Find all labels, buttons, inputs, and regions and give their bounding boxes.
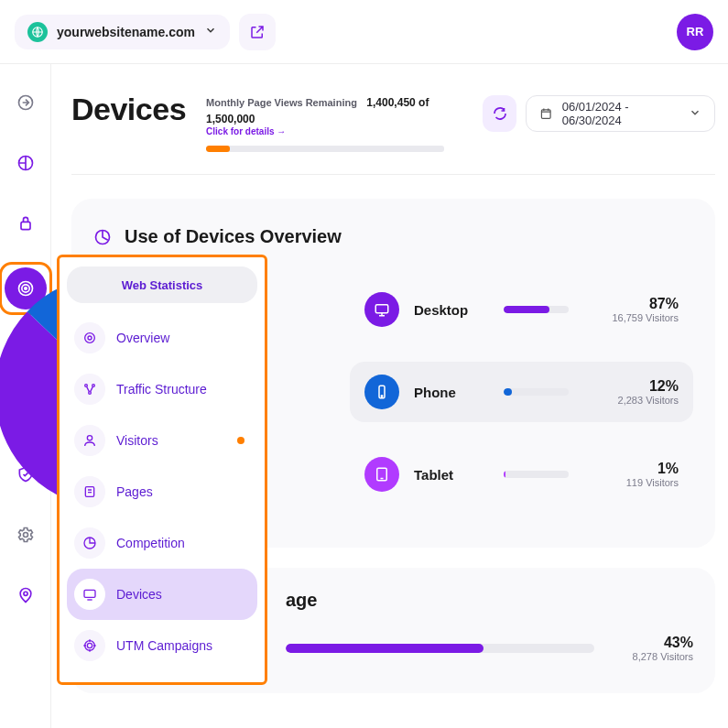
svg-rect-31 [84,590,95,597]
site-selector[interactable]: yourwebsitename.com [15,15,230,49]
rail-location-icon[interactable] [9,579,42,612]
notification-dot [237,437,244,444]
device-pct: 12% [594,378,679,395]
daterange-picker[interactable]: 06/01/2024 - 06/30/2024 [526,95,715,132]
svg-point-24 [88,336,92,340]
rail-dashboard-icon[interactable] [9,147,42,179]
device-pct: 1% [594,461,679,477]
quota-details-link[interactable]: Click for details → [206,126,462,136]
card-title: Use of Devices Overview [125,226,342,247]
overview-icon [74,322,105,353]
web-statistics-flyout: Web Statistics Overview Traffic Structur… [57,255,267,685]
device-row-tablet[interactable]: Tablet 1% 119 Visitors [350,444,693,505]
flyout-item-devices[interactable]: Devices [67,569,257,620]
page-header: Devices Monthly Page Views Remaining 1,4… [71,92,715,152]
svg-point-13 [23,592,27,595]
topbar: yourwebsitename.com RR [0,0,728,64]
devices-icon [74,579,105,610]
device-label: Phone [414,385,478,400]
device-pct: 87% [594,296,679,312]
os-pct: 43% [609,635,693,651]
site-domain: yourwebsitename.com [57,25,195,39]
globe-icon [27,22,48,42]
divider [71,174,715,175]
pie-icon [93,228,112,246]
competition-icon [74,527,105,559]
flyout-item-label: Devices [116,587,162,602]
svg-rect-3 [21,222,30,229]
device-bar [504,471,569,478]
svg-point-33 [87,643,92,647]
svg-point-32 [85,641,95,651]
svg-point-21 [381,396,383,397]
svg-point-12 [23,533,27,538]
flyout-item-label: Visitors [116,433,158,448]
avatar[interactable]: RR [677,14,713,50]
flyout-item-label: UTM Campaigns [116,638,212,653]
svg-point-28 [87,436,92,440]
flyout-item-competition[interactable]: Competition [67,517,257,569]
quota-progress [206,146,444,152]
svg-point-26 [92,385,95,387]
flyout-item-label: Pages [116,484,153,499]
flyout-item-label: Competition [116,536,185,550]
flyout-item-visitors[interactable]: Visitors [67,415,257,466]
device-visitors: 119 Visitors [594,477,679,488]
pages-icon [74,476,105,507]
chevron-down-icon [204,24,217,40]
utm-icon [74,630,105,661]
svg-point-23 [85,333,95,343]
flyout-item-traffic-structure[interactable]: Traffic Structure [67,364,257,415]
flyout-item-utm-campaigns[interactable]: UTM Campaigns [67,620,257,671]
svg-point-25 [85,385,88,387]
flyout-item-label: Traffic Structure [116,382,207,397]
quota-block: Monthly Page Views Remaining 1,400,450 o… [206,93,462,152]
desktop-icon [364,292,399,327]
svg-rect-19 [375,305,388,313]
traffic-icon [74,374,105,405]
device-label: Desktop [414,302,478,318]
daterange-text: 06/01/2024 - 06/30/2024 [562,100,679,127]
tablet-icon [364,457,399,492]
os-bar [286,644,594,653]
flyout-item-pages[interactable]: Pages [67,466,257,517]
rail-lock-icon[interactable] [9,207,42,240]
visitors-icon [74,425,105,456]
os-visitors: 8,278 Visitors [609,651,693,662]
device-bar [504,388,569,396]
device-bar [504,306,569,313]
quota-label: Monthly Page Views Remaining [206,97,357,108]
flyout-item-overview[interactable]: Overview [67,312,257,364]
device-row-desktop[interactable]: Desktop 87% 16,759 Visitors [350,279,693,340]
svg-point-27 [89,392,92,395]
device-visitors: 16,759 Visitors [594,312,679,323]
device-visitors: 2,283 Visitors [594,395,679,406]
rail-logout-icon[interactable] [9,86,42,119]
flyout-header: Web Statistics [67,266,257,303]
svg-rect-14 [542,110,551,119]
flyout-item-label: Overview [116,331,169,345]
device-row-phone[interactable]: Phone 12% 2,283 Visitors [350,362,693,422]
device-label: Tablet [414,467,478,483]
open-external-button[interactable] [239,14,276,50]
rail-settings-icon[interactable] [9,518,42,551]
chevron-down-icon [689,106,701,122]
refresh-button[interactable] [483,95,516,132]
phone-icon [364,375,399,409]
card-title-partial: age [286,590,693,611]
page-title: Devices [71,92,186,127]
